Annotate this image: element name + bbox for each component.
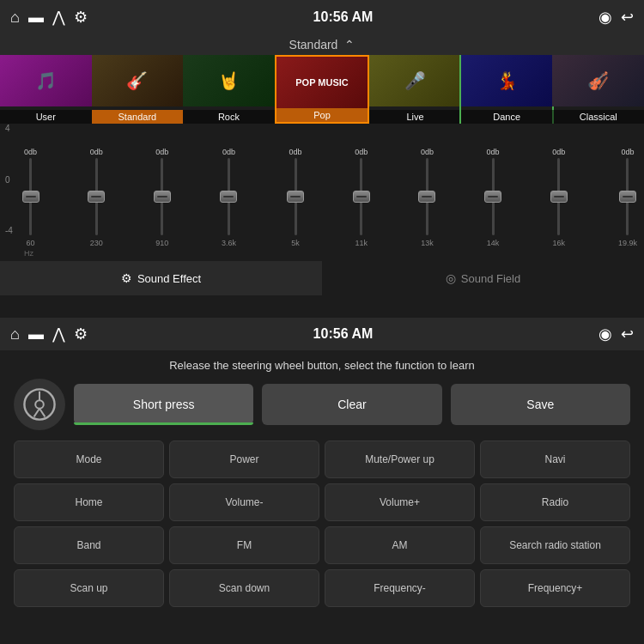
preset-classical[interactable]: 🎻 Classical (552, 55, 644, 124)
home-icon[interactable]: ⌂ (10, 9, 20, 27)
back-icon[interactable]: ↩ (621, 8, 634, 27)
location-icon[interactable]: ◉ (598, 8, 612, 27)
tab-sound-field[interactable]: ◎ Sound Field (322, 261, 644, 295)
eq-col-5k[interactable]: 0db 5k (289, 148, 302, 247)
window-icon-2[interactable]: ▬ (28, 325, 44, 343)
fn-scan-down[interactable]: Scan down (169, 569, 319, 607)
window-icon[interactable]: ▬ (28, 9, 44, 27)
eq-col-3600[interactable]: 0db 3.6k (222, 148, 236, 247)
preset-rock-label: Rock (183, 110, 275, 124)
top-nav-icons: ⌂ ▬ ⋀ ⚙ (10, 8, 88, 27)
usb-icon-2[interactable]: ⚙ (74, 325, 88, 343)
fn-mode[interactable]: Mode (14, 440, 164, 478)
preset-dance-label: Dance (461, 110, 553, 124)
preset-user-label: User (0, 110, 92, 124)
fn-navi[interactable]: Navi (480, 440, 630, 478)
eq-col-60[interactable]: 0db 60 (24, 148, 37, 247)
hz-label: Hz (24, 249, 637, 258)
eq-col-14k[interactable]: 0db 14k (487, 148, 500, 247)
fn-search-radio[interactable]: Search radio station (480, 526, 630, 564)
fn-fm[interactable]: FM (169, 526, 319, 564)
preset-user[interactable]: 🎵 User (0, 55, 92, 124)
preset-standard-label: Standard (92, 110, 184, 124)
eq-col-230[interactable]: 0db 230 (90, 148, 103, 247)
bottom-time: 10:56 AM (313, 326, 374, 342)
preset-live[interactable]: 🎤 Live (369, 55, 461, 124)
usb-icon[interactable]: ⚙ (74, 8, 88, 27)
top-time: 10:56 AM (313, 9, 374, 25)
fn-band[interactable]: Band (14, 526, 164, 564)
preset-pop[interactable]: POP MUSIC Pop (275, 55, 370, 124)
short-press-button[interactable]: Short press (74, 384, 253, 425)
sw-controls: Short press Clear Save (0, 379, 644, 437)
eq-sliders-area: 4 0 -4 0db 60 0db 230 0db (0, 124, 644, 261)
location-icon-2[interactable]: ◉ (598, 325, 612, 343)
eq-presets-row: 🎵 User 🎸 Standard 🤘 Rock POP MUSIC Pop 🎤 (0, 55, 644, 124)
eq-sliders: 0db 60 0db 230 0db 910 (24, 127, 637, 247)
fn-home[interactable]: Home (14, 483, 164, 521)
top-status-bar: ⌂ ▬ ⋀ ⚙ 10:56 AM ◉ ↩ (0, 0, 644, 34)
chevron-up-icon[interactable]: ⌃ (344, 38, 355, 52)
sound-effect-label: Sound Effect (137, 272, 201, 285)
tab-sound-effect[interactable]: ⚙ Sound Effect (0, 261, 322, 295)
eq-db-axis: 4 0 -4 (5, 124, 13, 235)
preset-rock[interactable]: 🤘 Rock (183, 55, 275, 124)
sliders-icon: ⚙ (121, 271, 132, 285)
fn-radio[interactable]: Radio (480, 483, 630, 521)
top-right-icons: ◉ ↩ (598, 8, 634, 27)
svg-point-1 (35, 400, 44, 409)
fn-power[interactable]: Power (169, 440, 319, 478)
preset-live-label: Live (369, 110, 461, 124)
bottom-status-bar: ⌂ ▬ ⋀ ⚙ 10:56 AM ◉ ↩ (0, 318, 644, 350)
eq-col-13k[interactable]: 0db 13k (421, 148, 434, 247)
sound-field-label: Sound Field (461, 272, 520, 285)
fn-freq-down[interactable]: Frequency- (325, 569, 475, 607)
clear-button[interactable]: Clear (262, 384, 441, 425)
eq-col-16k[interactable]: 0db 16k (552, 148, 565, 247)
circle-icon: ◎ (446, 271, 456, 285)
preset-dance[interactable]: 💃 Dance (461, 55, 553, 124)
preset-pop-label: Pop (276, 108, 368, 122)
home-icon-2[interactable]: ⌂ (10, 325, 20, 343)
eq-bottom-tabs: ⚙ Sound Effect ◎ Sound Field (0, 261, 644, 295)
fn-am[interactable]: AM (325, 526, 475, 564)
function-grid: Mode Power Mute/Power up Navi Home Volum… (0, 437, 644, 611)
up-icon-2[interactable]: ⋀ (52, 325, 65, 343)
svg-line-4 (39, 409, 45, 417)
eq-tabs-row: Standard ⌃ (0, 34, 644, 55)
equalizer-panel: ⌂ ▬ ⋀ ⚙ 10:56 AM ◉ ↩ Standard ⌃ 🎵 User 🎸… (0, 0, 644, 318)
fn-freq-up[interactable]: Frequency+ (480, 569, 630, 607)
fn-volume-down[interactable]: Volume- (169, 483, 319, 521)
eq-col-910[interactable]: 0db 910 (155, 148, 168, 247)
preset-standard[interactable]: 🎸 Standard (92, 55, 184, 124)
fn-scan-up[interactable]: Scan up (14, 569, 164, 607)
bottom-nav-icons: ⌂ ▬ ⋀ ⚙ (10, 325, 88, 343)
eq-col-199k[interactable]: 0db 19.9k (618, 148, 637, 247)
instruction-text: Release the steering wheel button, selec… (0, 350, 644, 379)
bottom-right-icons: ◉ ↩ (598, 325, 634, 343)
eq-col-11k[interactable]: 0db 11k (355, 148, 368, 247)
svg-line-3 (34, 409, 39, 417)
preset-classical-label: Classical (552, 110, 644, 124)
steering-wheel-svg (22, 387, 57, 422)
save-button[interactable]: Save (451, 384, 630, 425)
fn-volume-up[interactable]: Volume+ (325, 483, 475, 521)
up-icon[interactable]: ⋀ (52, 8, 65, 27)
steering-wheel-panel: ⌂ ▬ ⋀ ⚙ 10:56 AM ◉ ↩ Release the steerin… (0, 318, 644, 644)
standard-label: Standard (289, 38, 338, 52)
steering-wheel-icon (14, 379, 65, 430)
back-icon-2[interactable]: ↩ (621, 325, 634, 343)
fn-mute-power[interactable]: Mute/Power up (325, 440, 475, 478)
